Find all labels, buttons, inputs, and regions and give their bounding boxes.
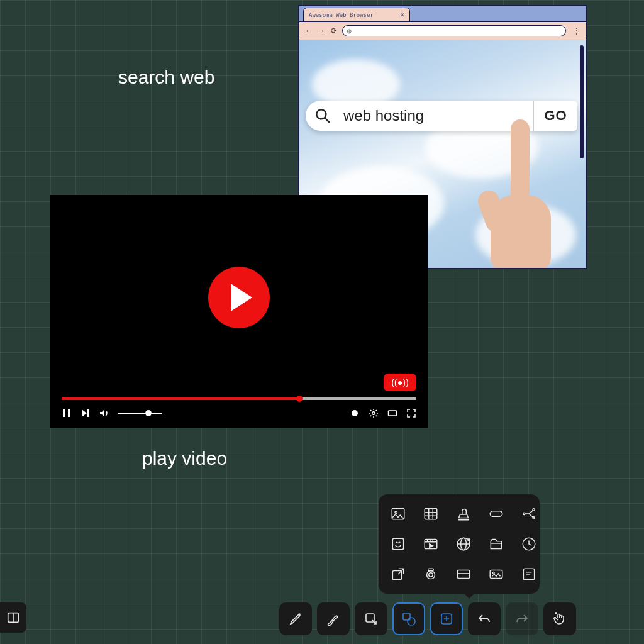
svg-point-40 [427, 571, 435, 579]
reload-icon[interactable]: ⟳ [330, 26, 338, 35]
live-badge: ((●)) [384, 374, 416, 391]
search-icon [306, 108, 340, 124]
svg-point-41 [429, 573, 433, 577]
browser-tab[interactable]: Awesome Web Browser × [303, 8, 410, 21]
browser-menu-icon[interactable]: ⋮ [572, 26, 581, 36]
svg-point-28 [523, 513, 525, 514]
play-button[interactable] [208, 267, 270, 328]
svg-rect-31 [392, 538, 403, 549]
forward-icon[interactable]: → [317, 26, 326, 35]
picker-gallery-icon[interactable] [486, 564, 507, 585]
theater-icon[interactable] [387, 408, 397, 418]
redo-button[interactable] [506, 602, 538, 635]
url-input[interactable]: ⊕ [342, 25, 566, 36]
undo-button[interactable] [468, 602, 501, 635]
svg-point-8 [372, 412, 375, 414]
fullscreen-icon[interactable] [406, 408, 416, 418]
picker-sticky-icon[interactable] [387, 533, 409, 555]
svg-rect-2 [63, 409, 65, 417]
globe-icon: ⊕ [347, 28, 352, 35]
picker-stamp-icon[interactable] [453, 503, 474, 525]
picker-link-icon[interactable] [486, 503, 507, 525]
picker-external-icon[interactable] [387, 564, 409, 585]
svg-point-15 [408, 618, 415, 625]
picker-connector-icon[interactable] [518, 503, 540, 525]
browser-toolbar: ← → ⟳ ⊕ ⋮ [299, 21, 586, 40]
svg-marker-33 [430, 544, 433, 547]
volume-icon[interactable] [99, 408, 109, 418]
settings-icon[interactable] [369, 408, 379, 418]
shape-tool[interactable] [392, 602, 425, 635]
svg-point-20 [395, 511, 397, 513]
svg-rect-27 [490, 511, 502, 517]
picker-camera-icon[interactable] [420, 564, 441, 585]
insert-picker-popup [379, 494, 540, 594]
browser-tab-title: Awesome Web Browser [309, 12, 374, 18]
pen-tool[interactable] [279, 602, 312, 635]
scrollbar[interactable] [580, 45, 584, 158]
label-search-web: search web [118, 67, 214, 88]
volume-slider[interactable] [118, 413, 162, 414]
eraser-tool[interactable] [317, 602, 350, 635]
player-controls [62, 406, 416, 420]
svg-rect-47 [523, 569, 534, 579]
svg-rect-32 [425, 539, 437, 548]
svg-rect-14 [403, 613, 410, 620]
svg-point-46 [492, 572, 494, 574]
svg-rect-9 [389, 411, 397, 416]
svg-marker-4 [82, 409, 87, 417]
next-icon[interactable] [80, 408, 91, 418]
close-tab-icon[interactable]: × [400, 11, 404, 19]
gesture-tool[interactable] [543, 602, 576, 635]
pause-icon[interactable] [62, 408, 72, 418]
label-play-video: play video [142, 448, 227, 469]
picker-table-icon[interactable] [420, 503, 441, 525]
progress-bar[interactable] [62, 397, 416, 400]
play-icon [231, 284, 252, 311]
select-tool[interactable] [355, 602, 387, 635]
picker-folder-icon[interactable] [486, 533, 507, 555]
picker-video-icon[interactable] [420, 533, 441, 555]
svg-point-7 [352, 410, 358, 416]
svg-point-0 [316, 109, 326, 119]
back-icon[interactable]: ← [304, 26, 313, 35]
quality-icon[interactable] [350, 408, 360, 418]
pointing-hand [475, 119, 564, 268]
svg-line-1 [325, 118, 330, 123]
side-panel-toggle[interactable] [0, 602, 26, 633]
browser-tab-bar: Awesome Web Browser × [299, 6, 586, 21]
picker-image-icon[interactable] [387, 503, 409, 525]
picker-web-icon[interactable] [453, 533, 474, 555]
svg-rect-42 [428, 569, 434, 570]
video-player[interactable]: ((●)) [50, 195, 428, 428]
progress-filled [62, 397, 299, 400]
svg-rect-3 [68, 409, 70, 417]
svg-rect-45 [490, 570, 502, 579]
svg-rect-5 [87, 409, 89, 417]
volume-handle[interactable] [145, 410, 152, 416]
progress-handle[interactable] [296, 396, 303, 402]
picker-note-icon[interactable] [518, 564, 540, 585]
svg-marker-6 [100, 409, 104, 417]
picker-card-icon[interactable] [453, 564, 474, 585]
svg-rect-21 [425, 508, 437, 519]
svg-rect-43 [457, 570, 470, 579]
bottom-toolbar [279, 601, 576, 636]
picker-clock-icon[interactable] [518, 533, 540, 555]
insert-tool[interactable] [430, 602, 463, 635]
svg-point-12 [299, 614, 300, 615]
